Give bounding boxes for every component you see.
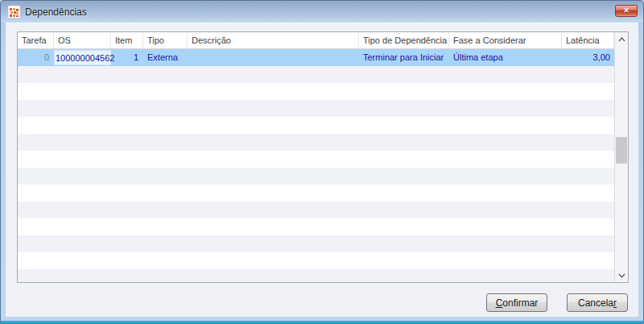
cell-latencia: 3,00 bbox=[562, 49, 614, 66]
cell-tipo-de-dependencia: Terminar para Iniciar bbox=[359, 49, 449, 66]
column-header-os[interactable]: OS bbox=[54, 32, 111, 48]
cancelar-label: Cancelar bbox=[578, 297, 617, 309]
empty-row bbox=[18, 218, 614, 235]
dialog-body: Tarefa OS Item Tipo Descrição Tipo de De… bbox=[6, 23, 638, 317]
dialog-window: Dependências ✕ Tarefa OS Item Tipo Descr… bbox=[0, 0, 644, 324]
cancelar-button[interactable]: Cancelar bbox=[567, 293, 628, 312]
empty-row bbox=[18, 100, 614, 117]
window-title: Dependências bbox=[25, 6, 87, 18]
empty-row bbox=[18, 117, 614, 134]
empty-row bbox=[18, 134, 614, 151]
cell-fase-a-considerar: Última etapa bbox=[449, 49, 562, 66]
empty-row bbox=[18, 235, 614, 252]
empty-row bbox=[18, 168, 614, 185]
close-button[interactable]: ✕ bbox=[615, 5, 638, 17]
column-header-tarefa[interactable]: Tarefa bbox=[18, 32, 54, 48]
table-row-selected[interactable]: 0 100000004562 1 Externa Terminar para I… bbox=[18, 49, 614, 66]
chevron-up-icon bbox=[618, 37, 625, 42]
empty-row bbox=[18, 185, 614, 201]
empty-row bbox=[18, 269, 614, 282]
scroll-up-button[interactable] bbox=[615, 32, 628, 46]
close-icon: ✕ bbox=[623, 6, 630, 15]
cell-item: 1 bbox=[111, 49, 143, 66]
grid-stripe-rows bbox=[18, 66, 614, 282]
dependencies-grid[interactable]: Tarefa OS Item Tipo Descrição Tipo de De… bbox=[18, 32, 614, 282]
window-bottom-accent bbox=[1, 321, 643, 323]
empty-row bbox=[18, 83, 614, 100]
os-cell-editor[interactable]: 100000004562 bbox=[54, 50, 111, 65]
titlebar[interactable]: Dependências ✕ bbox=[1, 1, 643, 23]
column-header-descricao[interactable]: Descrição bbox=[188, 32, 359, 48]
dependencies-grid-panel: Tarefa OS Item Tipo Descrição Tipo de De… bbox=[17, 31, 629, 283]
app-icon bbox=[8, 6, 20, 18]
chevron-down-icon bbox=[618, 273, 625, 278]
confirmar-label: Confirmar bbox=[496, 297, 539, 309]
column-header-tipo[interactable]: Tipo bbox=[143, 32, 188, 48]
column-header-latencia[interactable]: Latência bbox=[562, 32, 614, 48]
confirmar-button[interactable]: Confirmar bbox=[486, 293, 547, 312]
cell-os: 100000004562 bbox=[54, 49, 111, 66]
dialog-button-row: Confirmar Cancelar bbox=[486, 293, 628, 312]
column-header-fase-a-considerar[interactable]: Fase a Considerar bbox=[449, 32, 562, 48]
empty-row bbox=[18, 252, 614, 269]
grid-header-row: Tarefa OS Item Tipo Descrição Tipo de De… bbox=[18, 32, 614, 49]
cell-tarefa: 0 bbox=[18, 49, 54, 66]
empty-row bbox=[18, 66, 614, 83]
scroll-down-button[interactable] bbox=[615, 268, 628, 282]
scrollbar-thumb[interactable] bbox=[616, 137, 627, 164]
column-header-tipo-de-dependencia[interactable]: Tipo de Dependência bbox=[359, 32, 449, 48]
empty-row bbox=[18, 151, 614, 168]
empty-row bbox=[18, 201, 614, 218]
cell-tipo: Externa bbox=[143, 49, 188, 66]
column-header-item[interactable]: Item bbox=[111, 32, 143, 48]
vertical-scrollbar[interactable] bbox=[614, 32, 628, 282]
cell-descricao bbox=[188, 49, 359, 66]
os-editor-value: 100000004562 bbox=[56, 53, 114, 63]
